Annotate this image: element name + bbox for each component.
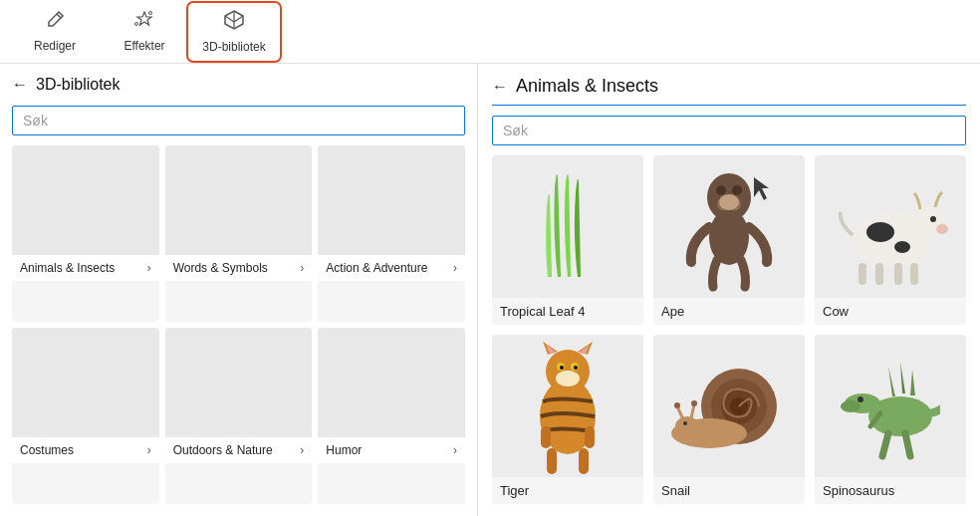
svg-line-49 xyxy=(882,433,888,456)
chevron-icon: › xyxy=(147,261,151,275)
svg-point-1 xyxy=(135,23,138,26)
item-snail[interactable]: Snail xyxy=(653,335,805,504)
item-tropical-leaf[interactable]: Tropical Leaf 4 xyxy=(492,155,643,325)
category-outdoors[interactable]: Outdoors & Nature › xyxy=(165,328,313,504)
left-search-input[interactable] xyxy=(12,106,465,135)
item-spinosaurus-thumb xyxy=(815,335,966,477)
category-costumes-thumb xyxy=(12,328,159,437)
right-back-arrow[interactable]: ← xyxy=(492,78,508,96)
left-panel-header: ← 3D-bibliotek xyxy=(12,76,465,94)
svg-rect-13 xyxy=(858,263,866,285)
svg-rect-16 xyxy=(910,263,918,285)
item-ape-label: Ape xyxy=(653,298,805,325)
toolbar-effekter[interactable]: Effekter xyxy=(100,4,189,60)
right-panel: ← Animals & Insects Tropical Leaf 4 xyxy=(478,64,980,516)
item-tiger-thumb xyxy=(492,335,643,477)
svg-point-43 xyxy=(691,400,697,406)
svg-point-39 xyxy=(675,416,699,436)
toolbar: Rediger Effekter 3D-bibliotek xyxy=(0,0,980,64)
left-panel: ← 3D-bibliotek Animals & Insects › Words… xyxy=(0,64,478,516)
item-snail-thumb xyxy=(653,335,805,477)
category-words-thumb xyxy=(165,145,313,255)
svg-point-47 xyxy=(841,400,860,412)
chevron-icon: › xyxy=(300,443,304,457)
svg-point-4 xyxy=(732,185,742,195)
item-cow-label: Cow xyxy=(815,298,966,325)
chevron-icon: › xyxy=(147,443,151,457)
svg-point-11 xyxy=(866,222,894,242)
chevron-icon: › xyxy=(300,261,304,275)
item-cow[interactable]: Cow xyxy=(815,155,966,325)
item-cow-thumb xyxy=(815,155,966,298)
category-humor-label: Humor › xyxy=(318,437,465,463)
category-action-label: Action & Adventure › xyxy=(318,255,465,281)
left-panel-title: 3D-bibliotek xyxy=(36,76,120,94)
toolbar-3d-bibliotek[interactable]: 3D-bibliotek xyxy=(189,4,279,60)
category-action-thumb xyxy=(318,145,465,255)
svg-point-17 xyxy=(930,216,936,222)
category-humor[interactable]: Humor › xyxy=(318,328,465,504)
items-grid: Tropical Leaf 4 xyxy=(492,155,966,504)
svg-line-40 xyxy=(677,406,683,419)
item-tiger[interactable]: Tiger xyxy=(492,335,643,504)
main-content: ← 3D-bibliotek Animals & Insects › Words… xyxy=(0,64,980,516)
svg-point-21 xyxy=(556,371,580,387)
right-search-input[interactable] xyxy=(492,116,966,145)
toolbar-effekter-label: Effekter xyxy=(123,39,164,53)
category-outdoors-label: Outdoors & Nature › xyxy=(165,437,313,463)
toolbar-rediger[interactable]: Rediger xyxy=(10,4,100,60)
category-outdoors-thumb xyxy=(165,328,313,437)
category-grid: Animals & Insects › Words & Symbols › Ac… xyxy=(12,145,465,504)
chevron-icon: › xyxy=(453,261,457,275)
svg-point-18 xyxy=(936,224,948,234)
svg-point-7 xyxy=(719,194,739,210)
item-tropical-leaf-label: Tropical Leaf 4 xyxy=(492,298,643,325)
item-tiger-label: Tiger xyxy=(492,477,643,504)
item-ape-thumb xyxy=(653,155,805,298)
category-words[interactable]: Words & Symbols › xyxy=(165,145,313,322)
svg-rect-33 xyxy=(585,426,595,448)
svg-rect-30 xyxy=(547,448,557,474)
svg-line-41 xyxy=(691,404,694,418)
chevron-icon: › xyxy=(453,443,457,457)
svg-point-28 xyxy=(560,366,564,370)
right-panel-header: ← Animals & Insects xyxy=(492,76,966,106)
category-action[interactable]: Action & Adventure › xyxy=(318,145,465,322)
item-spinosaurus-label: Spinosaurus xyxy=(815,477,966,504)
left-back-arrow[interactable]: ← xyxy=(12,76,28,94)
category-animals-thumb xyxy=(12,145,159,255)
category-animals[interactable]: Animals & Insects › xyxy=(12,145,159,322)
svg-rect-31 xyxy=(579,448,589,474)
svg-rect-14 xyxy=(875,263,883,285)
toolbar-rediger-label: Rediger xyxy=(34,39,76,53)
right-panel-title: Animals & Insects xyxy=(516,76,658,97)
category-costumes-label: Costumes › xyxy=(12,437,159,463)
svg-rect-32 xyxy=(541,426,551,448)
category-animals-label: Animals & Insects › xyxy=(12,255,159,281)
category-costumes[interactable]: Costumes › xyxy=(12,328,159,504)
svg-line-50 xyxy=(905,433,910,456)
item-tropical-leaf-thumb xyxy=(492,155,643,298)
svg-point-12 xyxy=(894,241,910,253)
svg-point-0 xyxy=(149,12,152,15)
svg-point-29 xyxy=(574,366,578,370)
item-ape[interactable]: Ape xyxy=(653,155,805,325)
svg-point-42 xyxy=(674,402,680,408)
svg-rect-15 xyxy=(894,263,902,285)
item-spinosaurus[interactable]: Spinosaurus xyxy=(815,335,966,504)
category-humor-thumb xyxy=(318,328,465,437)
effekter-icon xyxy=(133,10,155,35)
svg-point-48 xyxy=(858,396,863,402)
category-words-label: Words & Symbols › xyxy=(165,255,313,281)
svg-point-44 xyxy=(683,421,687,425)
toolbar-3d-bibliotek-label: 3D-bibliotek xyxy=(202,40,265,54)
3d-bibliotek-icon xyxy=(223,9,245,36)
item-snail-label: Snail xyxy=(653,477,805,504)
svg-point-3 xyxy=(716,185,726,195)
svg-marker-8 xyxy=(754,177,769,200)
pencil-icon xyxy=(45,10,65,35)
